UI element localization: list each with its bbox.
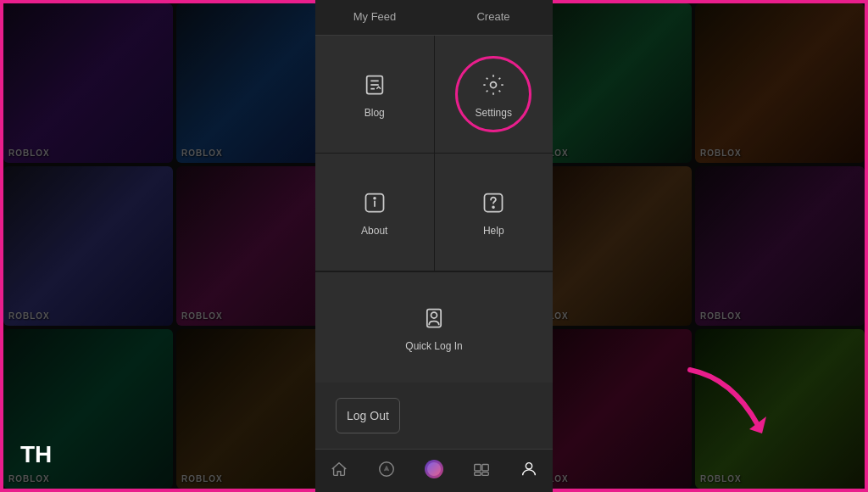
tab-my-feed[interactable]: My Feed — [315, 0, 434, 35]
svg-rect-14 — [475, 465, 481, 471]
help-icon — [478, 187, 509, 218]
menu-item-quicklogin[interactable]: Quick Log In — [315, 271, 553, 383]
svg-rect-16 — [475, 472, 481, 476]
bottom-nav-avatar[interactable] — [410, 456, 458, 482]
menu-item-blog[interactable]: Blog — [315, 36, 434, 153]
menu-item-about[interactable]: About — [315, 154, 434, 271]
quicklogin-icon — [419, 303, 449, 333]
bottom-nav-catalog[interactable] — [458, 456, 505, 482]
logout-section: Log Out — [315, 383, 553, 449]
menu-grid: Blog Settings — [315, 36, 553, 383]
mobile-panel: My Feed Create Blog — [315, 0, 553, 492]
avatar-icon — [425, 460, 443, 478]
tab-create[interactable]: Create — [434, 0, 553, 35]
help-label: Help — [483, 225, 504, 237]
settings-label: Settings — [476, 107, 512, 119]
bottom-nav-home[interactable] — [315, 456, 363, 482]
panel-top-nav: My Feed Create — [315, 0, 553, 36]
bottom-nav-profile[interactable] — [505, 456, 553, 482]
svg-rect-15 — [482, 465, 488, 471]
svg-point-9 — [492, 206, 494, 208]
blog-icon — [359, 70, 390, 100]
logout-button[interactable]: Log Out — [336, 398, 400, 433]
discover-icon — [377, 460, 396, 478]
watermark-text: TH — [20, 441, 52, 468]
bottom-nav-discover[interactable] — [363, 456, 410, 482]
blog-label: Blog — [364, 107, 385, 119]
svg-point-7 — [374, 198, 376, 199]
bottom-nav — [315, 449, 553, 492]
svg-rect-17 — [482, 472, 488, 476]
profile-icon — [520, 460, 538, 478]
about-icon — [359, 187, 390, 218]
svg-point-4 — [491, 82, 497, 88]
svg-marker-13 — [384, 466, 389, 471]
svg-point-11 — [431, 312, 437, 318]
menu-item-help[interactable]: Help — [435, 154, 554, 271]
about-label: About — [361, 225, 387, 237]
quicklogin-label: Quick Log In — [405, 340, 462, 352]
catalog-icon — [472, 460, 491, 478]
svg-point-18 — [526, 463, 531, 469]
menu-item-settings[interactable]: Settings — [435, 36, 554, 153]
settings-icon — [478, 70, 509, 100]
home-icon — [330, 460, 348, 478]
